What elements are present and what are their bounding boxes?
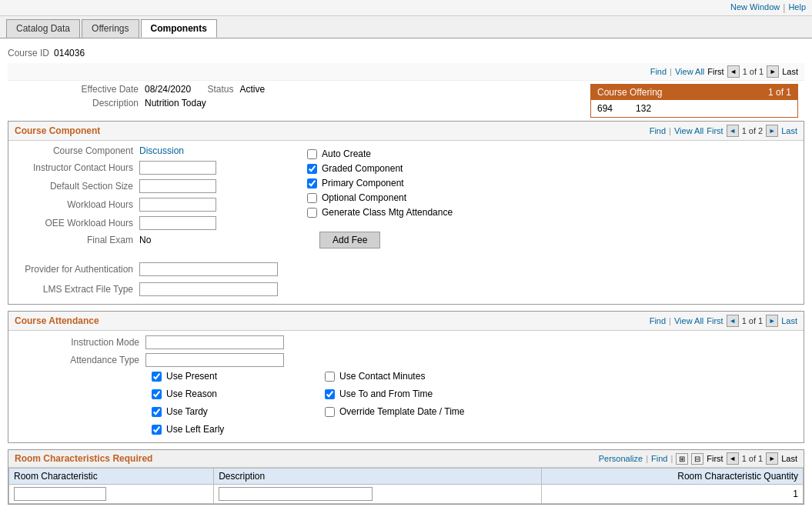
top-view-all-link[interactable]: View All [675, 67, 704, 76]
use-to-from-time-checkbox[interactable] [325, 389, 335, 399]
top-next-btn[interactable]: ► [767, 65, 779, 78]
use-tardy-checkbox[interactable] [152, 407, 162, 417]
effective-date-value: 08/24/2020 [145, 84, 191, 95]
instructor-contact-hours-input[interactable] [139, 161, 216, 175]
top-first-label: First [707, 67, 723, 76]
room-char-qty-col-header: Room Characteristic Quantity [542, 469, 804, 485]
rc-icon2[interactable]: ⊟ [691, 453, 703, 465]
default-section-size-label: Default Section Size [8, 181, 139, 192]
ca-last-label: Last [781, 316, 797, 325]
rc-personalize-link[interactable]: Personalize [599, 454, 643, 463]
instruction-mode-label: Instruction Mode [15, 337, 145, 348]
room-char-col-header: Room Characteristic [9, 469, 214, 485]
top-find-link[interactable]: Find [650, 67, 667, 76]
use-present-label: Use Present [166, 371, 217, 382]
course-id-value: 014036 [54, 48, 85, 58]
status-value: Active [239, 84, 265, 95]
new-window-link[interactable]: New Window [730, 2, 780, 13]
room-char-input[interactable] [14, 487, 106, 501]
description-input[interactable] [219, 487, 373, 501]
optional-component-label: Optional Component [322, 192, 406, 203]
use-left-early-label: Use Left Early [166, 424, 224, 435]
help-link[interactable]: Help [788, 2, 806, 13]
rc-next-btn[interactable]: ► [766, 452, 778, 465]
use-tardy-label: Use Tardy [166, 406, 208, 417]
ca-view-all-link[interactable]: View All [674, 316, 703, 325]
description-label: Description [14, 98, 145, 108]
course-component-value[interactable]: Discussion [139, 145, 184, 156]
use-contact-minutes-label: Use Contact Minutes [339, 371, 425, 382]
graded-component-label: Graded Component [322, 163, 403, 174]
room-char-cell[interactable] [9, 485, 214, 504]
override-template-label: Override Template Date / Time [339, 406, 465, 417]
cc-last-label: Last [781, 126, 797, 135]
final-exam-label: Final Exam [8, 235, 139, 245]
use-reason-checkbox[interactable] [152, 389, 162, 399]
primary-component-checkbox[interactable] [307, 178, 317, 188]
default-section-size-input[interactable] [139, 179, 216, 193]
rc-find-link[interactable]: Find [651, 454, 667, 463]
tab-components[interactable]: Components [141, 19, 217, 38]
course-offering-record: 1 of 1 [768, 87, 791, 98]
use-reason-label: Use Reason [166, 389, 217, 399]
qty-cell: 1 [542, 485, 804, 504]
rc-prev-btn[interactable]: ◄ [727, 452, 739, 465]
use-contact-minutes-checkbox[interactable] [325, 372, 335, 382]
course-offering-val1: 694 [597, 103, 613, 114]
cc-record: 1 of 2 [742, 126, 764, 135]
oee-workload-hours-label: OEE Workload Hours [8, 218, 139, 228]
generate-class-mtg-checkbox[interactable] [307, 208, 317, 218]
course-offering-val2: 132 [636, 103, 651, 114]
tab-offerings[interactable]: Offerings [82, 19, 139, 38]
attendance-type-label: Attendance Type [15, 355, 145, 365]
final-exam-value: No [139, 235, 151, 245]
cc-prev-btn[interactable]: ◄ [727, 125, 739, 137]
primary-component-label: Primary Component [322, 178, 404, 188]
description-value: Nutrition Today [145, 98, 206, 108]
instructor-contact-hours-label: Instructor Contact Hours [8, 162, 139, 173]
workload-hours-input[interactable] [139, 198, 216, 212]
effective-date-label: Effective Date [14, 84, 145, 95]
cc-find-link[interactable]: Find [650, 126, 666, 135]
description-cell[interactable] [214, 485, 542, 504]
lms-extract-input[interactable] [139, 282, 278, 296]
top-record-count: 1 of 1 [743, 67, 764, 76]
rc-icon1[interactable]: ⊞ [676, 453, 688, 465]
course-offering-title: Course Offering [597, 87, 663, 98]
ca-prev-btn[interactable]: ◄ [727, 315, 739, 327]
top-prev-btn[interactable]: ◄ [727, 65, 740, 78]
auto-create-checkbox[interactable] [307, 149, 317, 159]
cc-first-label: First [707, 126, 723, 135]
course-component-section-title: Course Component [15, 125, 650, 136]
status-label: Status [201, 84, 239, 95]
workload-hours-label: Workload Hours [8, 199, 139, 210]
graded-component-checkbox[interactable] [307, 164, 317, 174]
rc-last-label: Last [781, 454, 797, 463]
use-left-early-checkbox[interactable] [152, 425, 162, 435]
course-attendance-title: Course Attendance [15, 315, 650, 326]
add-fee-button[interactable]: Add Fee [319, 232, 380, 248]
ca-next-btn[interactable]: ► [766, 315, 778, 327]
tab-catalog-data[interactable]: Catalog Data [6, 19, 80, 38]
attendance-type-input[interactable] [145, 353, 284, 367]
cc-next-btn[interactable]: ► [766, 125, 778, 137]
optional-component-checkbox[interactable] [307, 193, 317, 203]
ca-first-label: First [707, 316, 723, 325]
oee-workload-hours-input[interactable] [139, 216, 216, 230]
instruction-mode-input[interactable] [145, 335, 284, 349]
course-id-label: Course ID [8, 48, 49, 58]
generate-class-mtg-label: Generate Class Mtg Attendance [322, 207, 453, 218]
top-last-label: Last [782, 67, 798, 76]
ca-find-link[interactable]: Find [650, 316, 666, 325]
course-component-label: Course Component [8, 145, 139, 156]
override-template-checkbox[interactable] [325, 407, 335, 417]
provider-auth-label: Provider for Authentication [8, 264, 139, 275]
ca-record: 1 of 1 [742, 316, 764, 325]
use-to-from-time-label: Use To and From Time [339, 389, 433, 399]
use-present-checkbox[interactable] [152, 372, 162, 382]
auto-create-label: Auto Create [322, 148, 371, 159]
rc-first-label: First [707, 454, 723, 463]
cc-view-all-link[interactable]: View All [674, 126, 703, 135]
rc-record: 1 of 1 [742, 454, 764, 463]
provider-auth-input[interactable] [139, 262, 278, 276]
